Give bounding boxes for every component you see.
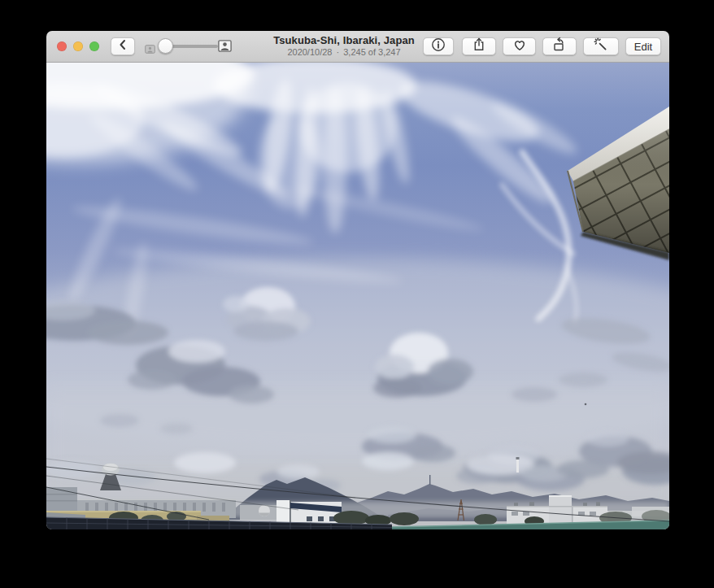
zoom-out-thumbnail-icon — [145, 42, 155, 57]
photo-view[interactable] — [46, 63, 669, 529]
rotate-button[interactable] — [542, 37, 577, 55]
favorite-button[interactable] — [503, 37, 536, 55]
page-title: Tsukuba-Shi, Ibaraki, Japan — [273, 34, 415, 46]
auto-enhance-button[interactable] — [583, 37, 619, 55]
edit-button[interactable]: Edit — [625, 37, 661, 55]
edit-button-label: Edit — [634, 41, 652, 53]
heart-icon — [512, 37, 528, 56]
zoom-in-thumbnail-icon — [218, 40, 232, 55]
screenshot-root: { "window": { "title": "Tsukuba-Shi, Iba… — [0, 0, 714, 588]
minimize-button[interactable] — [73, 41, 83, 51]
share-icon — [471, 37, 487, 56]
magic-wand-icon — [593, 37, 609, 56]
chevron-left-icon — [116, 38, 129, 54]
bird-speck — [585, 403, 587, 406]
rotate-counterclockwise-icon — [551, 37, 568, 56]
share-button[interactable] — [462, 37, 496, 55]
subtitle-separator: · — [336, 47, 341, 57]
photo-date: 2020/10/28 — [286, 47, 333, 57]
traffic-lights — [57, 41, 99, 51]
info-button[interactable] — [423, 37, 454, 55]
close-button[interactable] — [57, 41, 67, 51]
fullscreen-button[interactable] — [89, 41, 99, 51]
info-icon — [430, 37, 446, 56]
titlebar: Tsukuba-Shi, Ibaraki, Japan 2020/10/28 ·… — [46, 31, 669, 63]
back-button[interactable] — [111, 37, 135, 55]
photo-canvas — [46, 63, 669, 529]
zoom-slider[interactable] — [160, 45, 218, 48]
photo-subtitle: 2020/10/28 · 3,245 of 3,247 — [273, 47, 415, 58]
photos-app-window: Tsukuba-Shi, Ibaraki, Japan 2020/10/28 ·… — [46, 31, 669, 529]
window-title-group: Tsukuba-Shi, Ibaraki, Japan 2020/10/28 ·… — [273, 34, 415, 58]
photo-position-count: 3,245 of 3,247 — [342, 47, 401, 57]
zoom-slider-knob[interactable] — [158, 38, 173, 54]
